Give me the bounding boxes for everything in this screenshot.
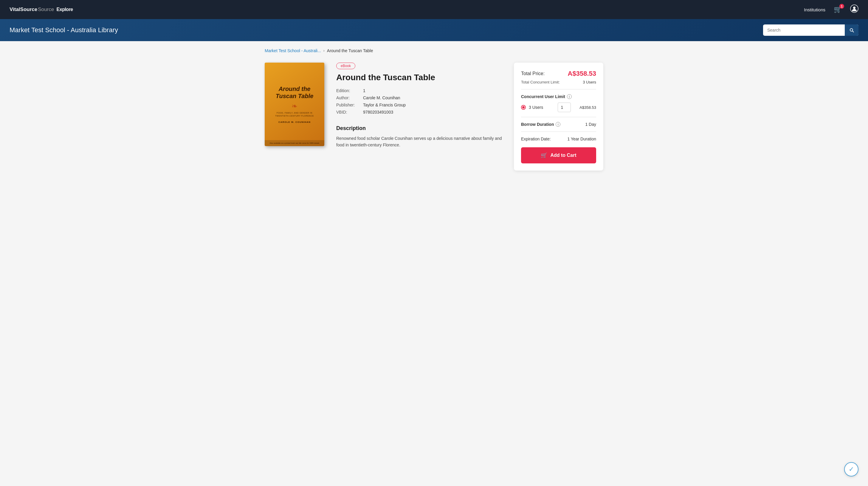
search-button[interactable] — [845, 25, 859, 36]
concurrent-section-title: Concurrent User Limit i — [521, 94, 596, 99]
breadcrumb: Market Test School - Australi... › Aroun… — [265, 48, 603, 53]
edition-label: Edition: — [336, 88, 363, 93]
concurrent-section-label: Concurrent User Limit — [521, 94, 565, 99]
borrow-info-icon[interactable]: i — [556, 122, 560, 127]
checkmark-icon: ✓ — [848, 465, 854, 473]
book-details: eBook Around the Tuscan Table Edition: 1… — [336, 63, 502, 149]
vbid-value: 9780203491003 — [363, 110, 393, 115]
borrow-duration-row: Borrow Duration i 1 Day — [521, 122, 596, 127]
author-row: Author: Carole M. Counihan — [336, 95, 502, 100]
nav-right: Institutions 🛒 1 — [804, 4, 859, 14]
expiry-row: Expiration Date: 1 Year Duration — [521, 136, 596, 141]
search-input[interactable] — [763, 25, 845, 35]
library-header: Market Test School - Australia Library — [0, 19, 868, 41]
expiry-label: Expiration Date: — [521, 136, 551, 141]
description-heading: Description — [336, 125, 502, 131]
concurrent-limit-value: 3 Users — [583, 80, 596, 84]
svg-point-1 — [853, 6, 856, 9]
book-meta: Edition: 1 Author: Carole M. Counihan Pu… — [336, 88, 502, 115]
user-option-label: 3 Users — [529, 105, 555, 110]
logo-vital: VitalSource — [9, 6, 37, 12]
description-text: Renowned food scholar Carole Counihan se… — [336, 135, 502, 149]
cover-subtitle: Food, Family, and Gender in Twentieth-Ce… — [270, 112, 319, 117]
book-cover-image: Around the Tuscan Table ❧ Food, Family, … — [265, 63, 324, 146]
borrow-duration-value: 1 Day — [585, 122, 596, 127]
breadcrumb-separator: › — [323, 49, 324, 53]
book-cover-inner: Around the Tuscan Table ❧ Food, Family, … — [270, 85, 319, 123]
pricing-panel: Total Price: A$358.53 Total Concurrent L… — [514, 63, 603, 171]
total-price-value: A$358.53 — [568, 70, 596, 78]
borrow-duration-label: Borrow Duration i — [521, 122, 560, 127]
edition-value: 1 — [363, 88, 366, 93]
add-to-cart-button[interactable]: 🛒 Add to Cart — [521, 147, 596, 163]
institutions-link[interactable]: Institutions — [804, 7, 826, 12]
author-label: Author: — [336, 95, 363, 100]
concurrent-limit-row: Total Concurrent Limit: 3 Users — [521, 80, 596, 89]
description-section: Description Renowned food scholar Carole… — [336, 125, 502, 149]
author-value: Carole M. Counihan — [363, 95, 400, 100]
concurrent-info-icon[interactable]: i — [567, 94, 572, 99]
cover-title: Around the Tuscan Table — [270, 85, 319, 99]
publisher-label: Publisher: — [336, 102, 363, 107]
user-option-radio[interactable] — [521, 105, 526, 110]
total-price-label: Total Price: — [521, 71, 545, 76]
cover-author: Carole M. Counihan — [270, 121, 319, 123]
book-title: Around the Tuscan Table — [336, 73, 502, 82]
divider-2 — [521, 131, 596, 132]
publisher-value: Taylor & Francis Group — [363, 102, 406, 107]
cover-decoration: ❧ — [270, 102, 319, 110]
book-cover-section: Around the Tuscan Table ❧ Food, Family, … — [265, 63, 324, 146]
logo-explore: Explore — [57, 7, 73, 12]
user-option-price: A$358.53 — [574, 105, 596, 110]
logo-source: Source — [38, 6, 54, 12]
check-bubble: ✓ — [844, 462, 859, 477]
logo[interactable]: VitalSourceSource Explore — [9, 6, 73, 12]
add-to-cart-icon: 🛒 — [541, 152, 547, 159]
product-area: Around the Tuscan Table ❧ Food, Family, … — [265, 63, 603, 171]
search-icon — [849, 27, 854, 33]
publisher-row: Publisher: Taylor & Francis Group — [336, 102, 502, 107]
edition-row: Edition: 1 — [336, 88, 502, 93]
cart-badge: 1 — [839, 4, 844, 9]
vbid-row: VBID: 9780203491003 — [336, 110, 502, 115]
top-nav: VitalSourceSource Explore Institutions 🛒… — [0, 0, 868, 19]
expiry-value: 1 Year Duration — [567, 136, 596, 141]
main-content: Market Test School - Australi... › Aroun… — [255, 41, 613, 178]
vbid-label: VBID: — [336, 110, 363, 115]
search-box — [763, 25, 859, 36]
concurrent-limit-label: Total Concurrent Limit: — [521, 80, 560, 84]
divider-1 — [521, 117, 596, 117]
user-icon[interactable] — [850, 4, 859, 14]
add-to-cart-label: Add to Cart — [550, 153, 576, 158]
user-option-row[interactable]: 3 Users A$358.53 — [521, 102, 596, 112]
ebook-badge: eBook — [336, 63, 355, 69]
total-price-row: Total Price: A$358.53 — [521, 70, 596, 78]
library-title: Market Test School - Australia Library — [9, 26, 118, 34]
breadcrumb-current: Around the Tuscan Table — [327, 48, 373, 53]
cart-button[interactable]: 🛒 1 — [834, 6, 842, 13]
radio-dot — [522, 106, 525, 109]
breadcrumb-parent-link[interactable]: Market Test School - Australi... — [265, 48, 321, 53]
cover-footer: Also available as a printed book see tit… — [265, 140, 324, 146]
quantity-input[interactable] — [558, 102, 571, 112]
